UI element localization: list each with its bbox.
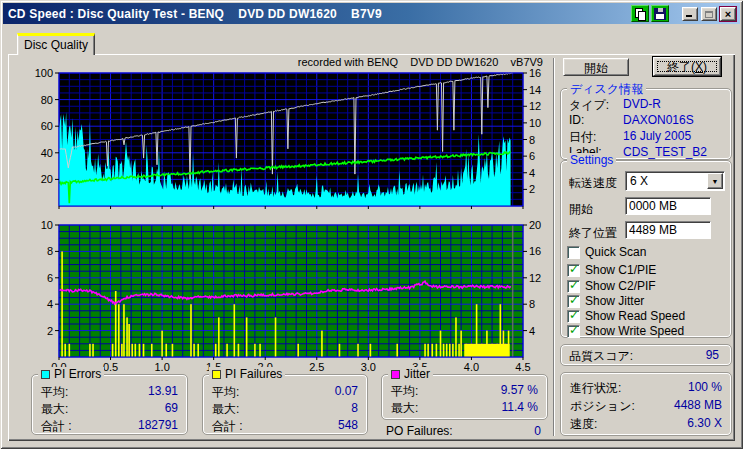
tab-page: recorded with BENQ DVD DD DW1620 vB7V9 0… xyxy=(8,54,735,441)
bar xyxy=(128,324,130,357)
bar xyxy=(275,317,277,357)
axis-tick-label: 2 xyxy=(47,325,53,337)
show-c1pie-label: Show C1/PIE xyxy=(585,263,656,277)
bar xyxy=(118,304,120,357)
jitter-avg-label: 平均: xyxy=(391,383,418,400)
show-jitter-checkbox[interactable]: ✓ xyxy=(567,295,580,308)
pi-errors-legend: PI Errors xyxy=(38,367,104,381)
bar xyxy=(424,344,426,357)
bar xyxy=(172,344,174,357)
bar xyxy=(112,344,114,357)
show-read-speed-checkbox[interactable]: ✓ xyxy=(567,310,580,323)
quality-score-box: 品質スコア: 95 xyxy=(560,344,732,366)
axis-tick-label: 8 xyxy=(529,134,535,146)
axis-tick-label: 6 xyxy=(47,272,53,284)
axis-tick-label: 40 xyxy=(41,147,53,159)
start-position-label: 開始 xyxy=(569,201,593,218)
show-c2pif-row: ✓ Show C2/PIF xyxy=(567,279,656,293)
axis-tick-label: 16 xyxy=(529,245,541,257)
pi-errors-title: PI Errors xyxy=(54,367,101,381)
quality-score-value: 95 xyxy=(706,348,719,362)
bar xyxy=(233,304,235,357)
bar xyxy=(431,344,433,357)
position-label: ポジション: xyxy=(570,398,635,415)
pi-errors-color-swatch xyxy=(41,370,50,379)
bar xyxy=(143,344,145,357)
bar xyxy=(135,344,137,357)
show-c2pif-label: Show C2/PIF xyxy=(585,279,656,293)
speed-select-dropdown-icon[interactable]: ▼ xyxy=(707,173,723,189)
bar xyxy=(246,317,248,357)
axis-tick-label: 100 xyxy=(35,67,53,79)
exit-button-face[interactable]: 終了(X) xyxy=(653,57,721,76)
bar xyxy=(460,331,462,357)
axis-tick-label: 14 xyxy=(529,84,541,96)
pie-avg-value: 13.91 xyxy=(148,384,178,401)
jitter-avg-value: 9.57 % xyxy=(501,383,538,400)
title-bar[interactable]: CD Speed : Disc Quality Test - BENQ DVD … xyxy=(3,3,740,24)
show-read-speed-row: ✓ Show Read Speed xyxy=(567,309,685,323)
close-button[interactable]: × xyxy=(720,7,736,21)
axis-tick-label: 16 xyxy=(529,67,541,79)
jitter-max-label: 最大: xyxy=(391,400,418,417)
speed-select[interactable]: 6 X ▼ xyxy=(625,171,725,191)
axis-tick-label: 80 xyxy=(41,94,53,106)
bar xyxy=(297,344,299,357)
titlebar-buttons: × xyxy=(631,5,736,22)
bar xyxy=(436,344,438,357)
pi-failures-legend: PI Failures xyxy=(209,367,285,381)
bar xyxy=(321,331,323,357)
bar xyxy=(69,344,71,357)
position-value: 4488 MB xyxy=(674,398,722,415)
bar xyxy=(193,344,195,357)
disc-label-value: CDS_TEST_B2 xyxy=(623,145,707,159)
axis-tick-label: 10 xyxy=(529,117,541,129)
axis-tick-label: 4.5 xyxy=(515,361,530,372)
speed-label: 速度: xyxy=(570,416,597,433)
bar xyxy=(161,331,163,357)
bar xyxy=(115,291,117,357)
bar-band xyxy=(464,344,509,357)
quality-score-label: 品質スコア: xyxy=(569,348,633,365)
pi-failures-color-swatch xyxy=(212,370,221,379)
tab-disc-quality[interactable]: Disc Quality xyxy=(17,33,95,55)
axis-tick-label: 3.0 xyxy=(361,361,376,372)
bar xyxy=(165,344,167,357)
jitter-legend: Jitter xyxy=(388,367,433,381)
start-button[interactable]: 開始 xyxy=(563,58,629,76)
bar xyxy=(218,317,220,357)
exit-button[interactable]: 終了(X) xyxy=(652,56,722,77)
close-icon: × xyxy=(721,7,735,21)
show-write-speed-checkbox[interactable]: ✓ xyxy=(567,325,580,338)
show-read-speed-label: Show Read Speed xyxy=(585,309,685,323)
minimize-button[interactable] xyxy=(682,7,698,21)
axis-tick-label: 12 xyxy=(529,272,541,284)
maximize-button[interactable] xyxy=(701,7,717,21)
jitter-color-swatch xyxy=(391,370,400,379)
show-c2pif-checkbox[interactable]: ✓ xyxy=(567,280,580,293)
axis-tick-label: 4.0 xyxy=(464,361,479,372)
axis-tick-label: 4 xyxy=(529,167,535,179)
pie-max-value: 69 xyxy=(165,401,178,418)
axis-tick-label: 20 xyxy=(529,219,541,231)
quick-scan-checkbox[interactable]: ✓ xyxy=(567,246,580,259)
panel-divider xyxy=(553,58,555,436)
speed-select-label: 転送速度 xyxy=(569,175,617,192)
end-position-input[interactable] xyxy=(625,221,711,239)
bar xyxy=(92,344,94,357)
start-position-input[interactable] xyxy=(625,197,711,215)
save-icon[interactable] xyxy=(651,5,669,22)
bar xyxy=(370,344,372,357)
start-button-label: 開始 xyxy=(584,61,608,75)
bar xyxy=(215,344,217,357)
axis-tick-label: 4 xyxy=(47,298,53,310)
speed-value: 6.30 X xyxy=(687,416,722,433)
window-title: CD Speed : Disc Quality Test - BENQ DVD … xyxy=(8,7,382,21)
copy-icon[interactable] xyxy=(631,5,649,22)
axis-tick-label: 1.0 xyxy=(154,361,169,372)
bar xyxy=(121,344,123,357)
bar xyxy=(197,344,199,357)
show-c1pie-checkbox[interactable]: ✓ xyxy=(567,264,580,277)
pi-errors-speed-chart: 0.00.51.01.52.02.53.03.54.04.52040608010… xyxy=(28,60,554,210)
maximize-icon xyxy=(705,11,713,18)
